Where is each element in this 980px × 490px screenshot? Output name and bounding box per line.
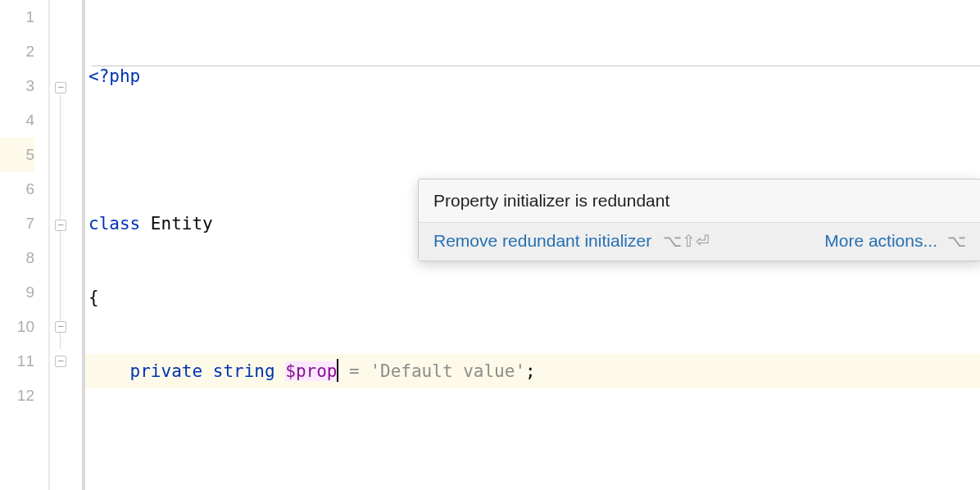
fold-toggle-icon[interactable]: [55, 220, 66, 231]
fold-toggle-icon[interactable]: [55, 82, 66, 93]
line-number: 6: [0, 172, 34, 206]
code-line: [85, 133, 980, 167]
line-number: 8: [0, 241, 34, 275]
fold-toggle-icon[interactable]: [55, 321, 66, 333]
inspection-popup: Property initializer is redundant Remove…: [418, 179, 980, 261]
line-number: 1: [0, 0, 34, 34]
shortcut-hint: ⌥⇧⏎: [663, 231, 710, 251]
line-number: 9: [0, 275, 34, 310]
line-number: 11: [0, 344, 34, 379]
more-actions-link[interactable]: More actions...: [824, 231, 937, 251]
line-number: 3: [0, 69, 34, 103]
code-line: [85, 428, 980, 462]
inspection-title: Property initializer is redundant: [419, 179, 980, 223]
code-line: {: [85, 280, 980, 315]
quick-fix-link[interactable]: Remove redundant initializer: [433, 231, 651, 251]
shortcut-hint: ⌥: [947, 231, 966, 251]
line-number: 10: [0, 310, 34, 344]
line-number: 2: [0, 34, 34, 69]
line-number: 12: [0, 379, 34, 413]
line-number: 7: [0, 206, 34, 241]
code-line: private string $prop = 'Default value';: [85, 354, 980, 388]
fold-gutter: [49, 0, 82, 490]
fold-toggle-icon[interactable]: [55, 356, 66, 367]
line-number: 5: [0, 138, 34, 172]
method-separator: [92, 66, 980, 66]
inspection-actions: Remove redundant initializer ⌥⇧⏎ More ac…: [419, 223, 980, 261]
code-line: <?php: [85, 59, 980, 93]
line-number-gutter: 1 2 3 4 5 6 7 8 9 10 11 12: [0, 0, 49, 490]
line-number: 4: [0, 103, 34, 138]
